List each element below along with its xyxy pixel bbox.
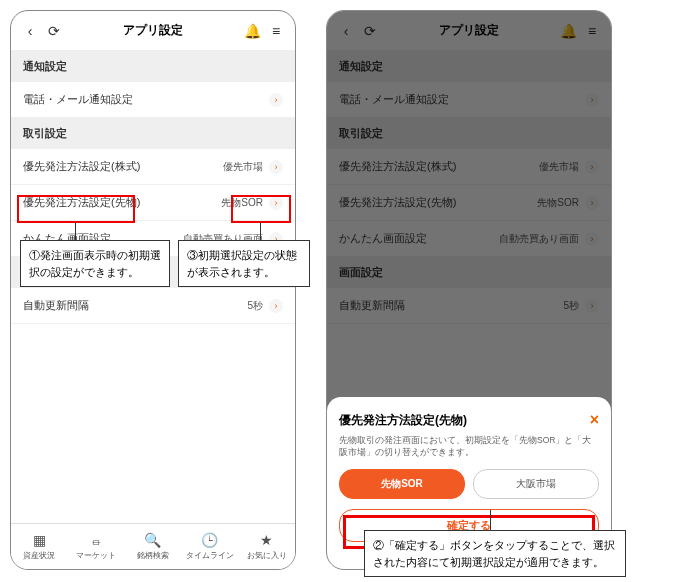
chevron-right-icon: ›	[269, 93, 283, 107]
bell-icon: 🔔	[559, 22, 577, 40]
seg-osaka[interactable]: 大阪市場	[473, 469, 599, 499]
page-title: アプリ設定	[63, 22, 243, 39]
timeline-icon: 🕒	[201, 532, 218, 548]
search-icon: 🔍	[144, 532, 161, 548]
chevron-right-icon: ›	[269, 299, 283, 313]
bell-icon[interactable]: 🔔	[243, 22, 261, 40]
topbar: ‹ ⟳ アプリ設定 🔔 ≡	[11, 11, 295, 51]
chevron-right-icon: ›	[269, 160, 283, 174]
section-notify: 通知設定	[11, 51, 295, 82]
leader-2	[490, 510, 491, 530]
callout-1: ①発注画面表示時の初期選択の設定ができます。	[20, 240, 170, 287]
back-icon: ‹	[337, 22, 355, 40]
phone-right: ‹ ⟳ アプリ設定 🔔 ≡ 通知設定 電話・メール通知設定› 取引設定 優先発注…	[326, 10, 612, 570]
menu-icon[interactable]: ≡	[267, 22, 285, 40]
topbar: ‹ ⟳ アプリ設定 🔔 ≡	[327, 11, 611, 51]
segment-control: 先物SOR 大阪市場	[339, 469, 599, 499]
phone-left: ‹ ⟳ アプリ設定 🔔 ≡ 通知設定 電話・メール通知設定 › 取引設定 優先発…	[10, 10, 296, 570]
nav-assets[interactable]: ▦資産状況	[11, 524, 68, 569]
refresh-icon[interactable]: ⟳	[45, 22, 63, 40]
close-icon[interactable]: ×	[590, 411, 599, 429]
assets-icon: ▦	[33, 532, 46, 548]
callout-3: ③初期選択設定の状態が表示されます。	[178, 240, 310, 287]
refresh-icon: ⟳	[361, 22, 379, 40]
nav-timeline[interactable]: 🕒タイムライン	[181, 524, 238, 569]
sheet-title-row: 優先発注方法設定(先物) ×	[339, 411, 599, 429]
back-icon[interactable]: ‹	[21, 22, 39, 40]
nav-favorite[interactable]: ★お気に入り	[238, 524, 295, 569]
leader-3	[260, 222, 261, 240]
callout-2: ②「確定する」ボタンをタップすることで、選択された内容にて初期選択設定が適用でき…	[364, 530, 626, 577]
nav-market[interactable]: ⏛マーケット	[68, 524, 125, 569]
seg-sor[interactable]: 先物SOR	[339, 469, 465, 499]
leader-1	[75, 222, 76, 240]
sheet-description: 先物取引の発注画面において、初期設定を「先物SOR」と「大阪市場」の切り替えがで…	[339, 435, 599, 459]
star-icon: ★	[260, 532, 273, 548]
bottom-nav: ▦資産状況 ⏛マーケット 🔍銘柄検索 🕒タイムライン ★お気に入り	[11, 523, 295, 569]
sheet-title: 優先発注方法設定(先物)	[339, 412, 467, 429]
chevron-right-icon: ›	[269, 196, 283, 210]
row-priority-stock[interactable]: 優先発注方法設定(株式) 優先市場›	[11, 149, 295, 185]
row-notify-phone-mail[interactable]: 電話・メール通知設定 ›	[11, 82, 295, 118]
market-icon: ⏛	[92, 532, 100, 548]
row-priority-futures[interactable]: 優先発注方法設定(先物) 先物SOR›	[11, 185, 295, 221]
row-auto-refresh[interactable]: 自動更新間隔 5秒›	[11, 288, 295, 324]
nav-search[interactable]: 🔍銘柄検索	[125, 524, 182, 569]
menu-icon: ≡	[583, 22, 601, 40]
section-trade: 取引設定	[11, 118, 295, 149]
page-title: アプリ設定	[379, 22, 559, 39]
